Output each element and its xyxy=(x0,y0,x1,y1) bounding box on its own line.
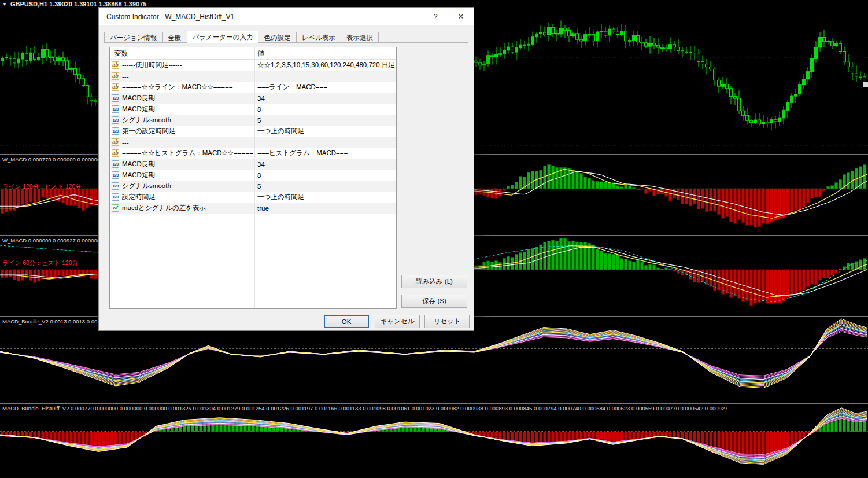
param-row[interactable]: 123シグナルsmooth5 xyxy=(110,181,396,192)
number-param-icon: 123 xyxy=(112,171,119,179)
string-param-icon: ab xyxy=(112,149,119,157)
tab-4[interactable]: 色の設定 xyxy=(258,32,296,42)
param-value[interactable]: 34 xyxy=(254,159,396,170)
param-name: =====☆☆ヒストグラム：MACD☆☆===== xyxy=(122,149,253,157)
string-param-icon: ab xyxy=(112,138,119,146)
param-row[interactable]: ab--- xyxy=(110,71,396,82)
param-row[interactable]: 123MACD短期8 xyxy=(110,104,396,115)
dropdown-arrow-icon[interactable]: ▼ xyxy=(2,2,7,7)
param-name-cell: ab--- xyxy=(110,137,254,148)
string-param-icon: ab xyxy=(112,61,119,69)
param-value[interactable]: 5 xyxy=(254,115,396,126)
param-name: 第一の設定時間足 xyxy=(122,127,175,135)
param-row[interactable]: 123第一の設定時間足一つ上の時間足 xyxy=(110,126,396,137)
parameters-table: 変数 値 ab------使用時間足------☆☆1,2,3,5,10,15,… xyxy=(109,47,397,309)
param-name: --- xyxy=(122,139,129,146)
tab-3[interactable]: パラメーターの入力 xyxy=(187,31,259,43)
param-name-cell: 123MACD長期 xyxy=(110,159,254,170)
param-value[interactable] xyxy=(254,137,396,148)
param-name-cell: 123設定時間足 xyxy=(110,192,254,203)
indicator-sublabel-wmacd-1: ライン 120分：ヒスト 120分 xyxy=(2,183,82,191)
param-name: =====☆☆ライン：MACD☆☆===== xyxy=(122,83,232,91)
param-row[interactable]: 123シグナルsmooth5 xyxy=(110,115,396,126)
indicator-properties-dialog: Custom Indicator - W_MACD_HistDiff_V1 ? … xyxy=(98,7,474,331)
param-name-cell: 123シグナルsmooth xyxy=(110,115,254,126)
param-row[interactable]: macdとシグナルの差を表示true xyxy=(110,203,396,214)
param-row[interactable]: ab=====☆☆ヒストグラム：MACD☆☆========ヒストグラム：MAC… xyxy=(110,148,396,159)
param-row[interactable]: 123MACD短期8 xyxy=(110,170,396,181)
column-divider xyxy=(254,47,255,308)
reset-button[interactable]: リセット xyxy=(424,315,470,328)
help-button[interactable]: ? xyxy=(423,8,448,25)
param-row[interactable]: 123MACD長期34 xyxy=(110,93,396,104)
dialog-titlebar[interactable]: Custom Indicator - W_MACD_HistDiff_V1 ? … xyxy=(99,8,474,25)
string-param-icon: ab xyxy=(112,83,119,91)
column-header-variable[interactable]: 変数 xyxy=(110,47,254,59)
parameters-rows: ab------使用時間足------☆☆1,2,3,5,10,15,30,60… xyxy=(110,60,396,214)
param-value[interactable]: 5 xyxy=(254,181,396,192)
param-name: MACD長期 xyxy=(122,160,155,168)
param-name: 設定時間足 xyxy=(122,193,156,201)
param-row[interactable]: 123MACD長期34 xyxy=(110,159,396,170)
column-header-value[interactable]: 値 xyxy=(254,47,396,59)
number-param-icon: 123 xyxy=(112,127,119,135)
param-name: MACD長期 xyxy=(122,94,155,102)
param-value[interactable]: 一つ上の時間足 xyxy=(254,192,396,203)
tab-5[interactable]: レベル表示 xyxy=(296,32,341,42)
param-name: シグナルsmooth xyxy=(122,116,171,124)
ok-button[interactable]: OK xyxy=(324,315,369,328)
indicator-label-bundle-histdiff: MACD_Bundle_HistDiff_V2 0.000770 0.00000… xyxy=(2,405,727,411)
param-name: macdとシグナルの差を表示 xyxy=(122,204,206,212)
string-param-icon: ab xyxy=(112,72,119,80)
param-value[interactable]: 8 xyxy=(254,104,396,115)
param-row[interactable]: ab------使用時間足------☆☆1,2,3,5,10,15,30,60… xyxy=(110,60,396,71)
number-param-icon: 123 xyxy=(112,105,119,113)
param-value[interactable]: ☆☆1,2,3,5,10,15,30,60,120,240,480,720,日足… xyxy=(254,60,396,71)
indicator-label-bundle: MACD_Bundle_V2 0.0013 0.0013 0.0013 xyxy=(2,318,104,325)
param-value[interactable] xyxy=(254,71,396,82)
tab-1[interactable]: バージョン情報 xyxy=(104,32,163,42)
param-value[interactable]: 一つ上の時間足 xyxy=(254,126,396,137)
param-name-cell: ab=====☆☆ヒストグラム：MACD☆☆===== xyxy=(110,148,254,159)
param-name-cell: ab--- xyxy=(110,71,254,82)
load-button[interactable]: 読み込み (L) xyxy=(401,275,467,288)
number-param-icon: 123 xyxy=(112,116,119,124)
param-row[interactable]: 123設定時間足一つ上の時間足 xyxy=(110,192,396,203)
param-row[interactable]: ab=====☆☆ライン：MACD☆☆========ライン：MACD=== xyxy=(110,82,396,93)
param-name-cell: 123MACD長期 xyxy=(110,93,254,104)
indicator-sublabel-wmacd-2: ライン 60分：ヒスト 120分 xyxy=(2,259,78,267)
param-name: --- xyxy=(122,73,129,80)
param-name: シグナルsmooth xyxy=(122,182,171,190)
number-param-icon: 123 xyxy=(112,94,119,102)
param-name-cell: 123シグナルsmooth xyxy=(110,181,254,192)
param-value[interactable]: ===ライン：MACD=== xyxy=(254,82,396,93)
mt4-window: ▼ GBPUSD,H1 1.39020 1.39101 1.38868 1.39… xyxy=(0,0,868,478)
param-name: MACD短期 xyxy=(122,105,155,113)
param-value[interactable]: 34 xyxy=(254,93,396,104)
param-name-cell: ab------使用時間足------ xyxy=(110,60,254,71)
indicator-label-wmacd-1: W_MACD 0.000770 0.000000 0.000000 0. xyxy=(2,156,98,163)
param-name-cell: 123MACD短期 xyxy=(110,170,254,181)
save-button[interactable]: 保存 (S) xyxy=(401,295,467,308)
param-name-cell: 123MACD短期 xyxy=(110,104,254,115)
cancel-button[interactable]: キャンセル xyxy=(375,315,420,328)
dialog-title: Custom Indicator - W_MACD_HistDiff_V1 xyxy=(99,13,423,21)
close-button[interactable]: ✕ xyxy=(448,8,474,25)
number-param-icon: 123 xyxy=(112,182,119,190)
tab-6[interactable]: 表示選択 xyxy=(341,32,379,42)
number-param-icon: 123 xyxy=(112,193,119,201)
param-name: ------使用時間足------ xyxy=(122,61,182,69)
number-param-icon: 123 xyxy=(112,160,119,168)
bool-param-icon xyxy=(112,204,119,212)
param-name-cell: 123第一の設定時間足 xyxy=(110,126,254,137)
param-value[interactable]: 8 xyxy=(254,170,396,181)
macd-bundle-histdiff-panel[interactable] xyxy=(0,404,868,478)
tab-2[interactable]: 全般 xyxy=(162,32,187,42)
param-value[interactable]: true xyxy=(254,203,396,214)
param-row[interactable]: ab--- xyxy=(110,137,396,148)
dialog-tabs: バージョン情報全般パラメーターの入力色の設定レベル表示表示選択 xyxy=(104,31,468,43)
param-name: MACD短期 xyxy=(122,171,155,179)
param-value[interactable]: ===ヒストグラム：MACD=== xyxy=(254,148,396,159)
param-name-cell: ab=====☆☆ライン：MACD☆☆===== xyxy=(110,82,254,93)
param-name-cell: macdとシグナルの差を表示 xyxy=(110,203,254,214)
